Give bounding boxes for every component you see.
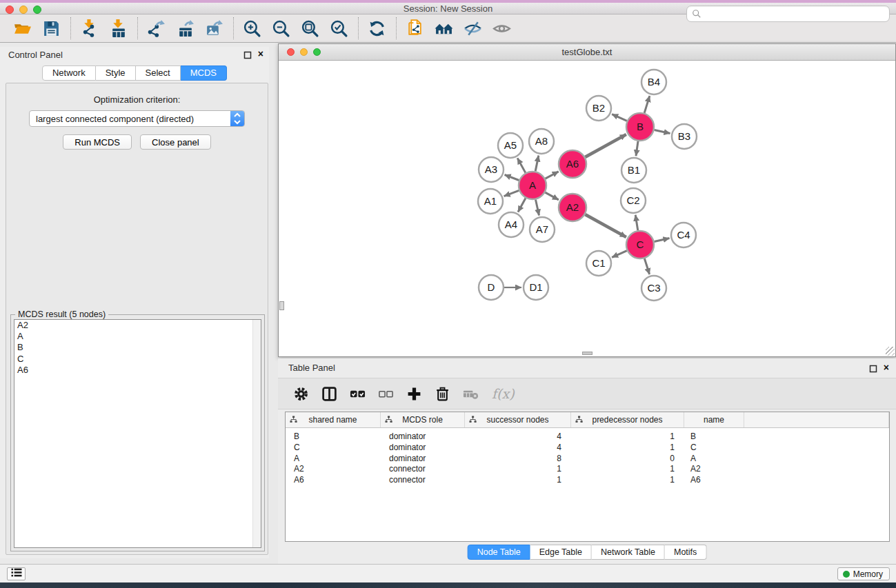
run-mcds-button[interactable]: Run MCDS	[63, 134, 132, 150]
search-field[interactable]	[686, 6, 890, 22]
open-folder-icon[interactable]	[12, 18, 33, 39]
graph-node-D1[interactable]: D1	[524, 275, 548, 300]
network-window-titlebar[interactable]: testGlobe.txt	[279, 44, 895, 61]
edge-C-C3[interactable]	[644, 258, 649, 274]
graph-node-C1[interactable]: C1	[586, 251, 611, 276]
edge-A-A6[interactable]	[546, 172, 559, 179]
task-history-button[interactable]	[7, 567, 26, 580]
export-image-icon[interactable]	[204, 18, 225, 39]
table-cell[interactable]: C	[286, 443, 381, 454]
graph-node-D[interactable]: D	[479, 275, 504, 300]
table-cell[interactable]: 1	[465, 464, 571, 475]
graph-node-A3[interactable]: A3	[479, 157, 504, 182]
edge-A2-C[interactable]	[585, 214, 626, 237]
table-cell[interactable]: 0	[571, 454, 684, 465]
graph-node-C4[interactable]: C4	[671, 223, 696, 247]
graph-node-C[interactable]: C	[626, 231, 654, 258]
table-row[interactable]: A6connector11A6	[286, 475, 889, 486]
memory-button[interactable]: Memory	[837, 567, 890, 580]
edge-B-B1[interactable]	[636, 141, 638, 156]
graph-node-C3[interactable]: C3	[641, 276, 666, 301]
mcds-result-list[interactable]: A2ABCA6	[14, 319, 261, 548]
table-cell[interactable]: 4	[465, 443, 571, 454]
tab-node-table[interactable]: Node Table	[468, 545, 530, 560]
graph-node-B2[interactable]: B2	[586, 96, 611, 121]
network-graph[interactable]: AA1A3A4A5A7A8A6A2BB1B2B3B4CC1C2C3C4DD1	[279, 61, 895, 356]
table-cell[interactable]: A6	[286, 475, 381, 486]
column-header-predecessor-nodes[interactable]: predecessor nodes	[571, 412, 684, 427]
import-network-icon[interactable]	[79, 18, 100, 39]
column-header-shared-name[interactable]: shared name	[286, 412, 381, 427]
column-header-MCDS-role[interactable]: MCDS role	[381, 412, 465, 427]
close-panel-icon[interactable]: ×	[258, 50, 263, 58]
table-cell[interactable]: A	[684, 454, 744, 465]
close-panel-button[interactable]: Close panel	[140, 134, 211, 150]
select-all-icon[interactable]	[349, 385, 367, 403]
graph-node-B1[interactable]: B1	[621, 158, 646, 183]
tab-network[interactable]: Network	[42, 65, 96, 81]
edge-C-C4[interactable]	[654, 239, 669, 242]
table-cell[interactable]: connector	[381, 475, 465, 486]
table-cell[interactable]: A2	[684, 464, 744, 475]
table-cell[interactable]: 1	[465, 475, 571, 486]
edge-A-A5[interactable]	[517, 158, 526, 172]
graph-node-A1[interactable]: A1	[478, 189, 503, 214]
import-table-icon[interactable]	[108, 18, 129, 39]
table-cell[interactable]: 1	[571, 475, 684, 486]
table-cell[interactable]: 1	[571, 464, 684, 475]
result-list-item[interactable]: A2	[14, 320, 261, 331]
graph-node-B4[interactable]: B4	[641, 70, 666, 94]
result-list-item[interactable]: A	[14, 331, 261, 342]
table-cell[interactable]: A2	[286, 464, 381, 475]
edge-B-B4[interactable]	[644, 96, 650, 113]
table-row[interactable]: Adominator80A	[286, 454, 889, 465]
tab-style[interactable]: Style	[96, 65, 136, 81]
result-list-item[interactable]: C	[14, 354, 261, 365]
edge-A-A1[interactable]	[504, 190, 519, 196]
table-cell[interactable]: dominator	[381, 432, 465, 443]
edge-A-A8[interactable]	[535, 156, 539, 172]
export-network-icon[interactable]	[146, 18, 167, 39]
columns-icon[interactable]	[321, 385, 339, 403]
edge-C-C2[interactable]	[635, 215, 638, 231]
delete-icon[interactable]	[434, 385, 452, 403]
table-row[interactable]: A2connector11A2	[286, 464, 889, 475]
graph-node-B[interactable]: B	[626, 113, 654, 141]
table-cell[interactable]: 1	[571, 443, 684, 454]
table-cell[interactable]: connector	[381, 464, 465, 475]
edge-B-B3[interactable]	[655, 130, 670, 133]
edge-A-A4[interactable]	[518, 198, 526, 212]
show-eye-icon[interactable]	[492, 18, 512, 39]
column-header-successor-nodes[interactable]: successor nodes	[465, 412, 571, 427]
table-cell[interactable]: 8	[465, 454, 571, 465]
edge-B-B2[interactable]	[612, 114, 627, 121]
close-table-panel-icon[interactable]: ×	[884, 363, 889, 372]
hide-eye-icon[interactable]	[463, 18, 484, 39]
table-cell[interactable]: A	[286, 454, 381, 465]
deselect-all-icon[interactable]	[377, 385, 395, 403]
edge-A-A2[interactable]	[545, 192, 558, 200]
table-cell[interactable]: A6	[684, 475, 744, 486]
result-list-item[interactable]: B	[14, 342, 261, 353]
zoom-in-icon[interactable]	[242, 18, 263, 39]
column-header-name[interactable]: name	[684, 412, 744, 427]
edge-A6-B[interactable]	[585, 134, 626, 157]
graph-node-B3[interactable]: B3	[672, 124, 697, 149]
zoom-out-icon[interactable]	[271, 18, 292, 39]
horizontal-scroll-thumb[interactable]	[582, 352, 593, 355]
home-icon[interactable]	[434, 18, 455, 39]
table-cell[interactable]: C	[684, 443, 744, 454]
zoom-selected-icon[interactable]	[329, 18, 350, 39]
graph-node-C2[interactable]: C2	[621, 188, 646, 213]
edge-A-A7[interactable]	[535, 200, 539, 216]
float-table-panel-icon[interactable]	[869, 363, 877, 372]
result-list-item[interactable]: A6	[14, 365, 261, 376]
search-input[interactable]	[701, 8, 889, 20]
resize-grip-icon[interactable]	[886, 347, 895, 356]
gear-icon[interactable]	[292, 385, 310, 403]
table-cell[interactable]: B	[684, 432, 744, 443]
criterion-dropdown[interactable]: largest connected component (directed)	[29, 110, 245, 127]
graph-node-A[interactable]: A	[519, 172, 546, 199]
tab-mcds[interactable]: MCDS	[181, 65, 227, 81]
table-cell[interactable]: dominator	[381, 454, 465, 465]
